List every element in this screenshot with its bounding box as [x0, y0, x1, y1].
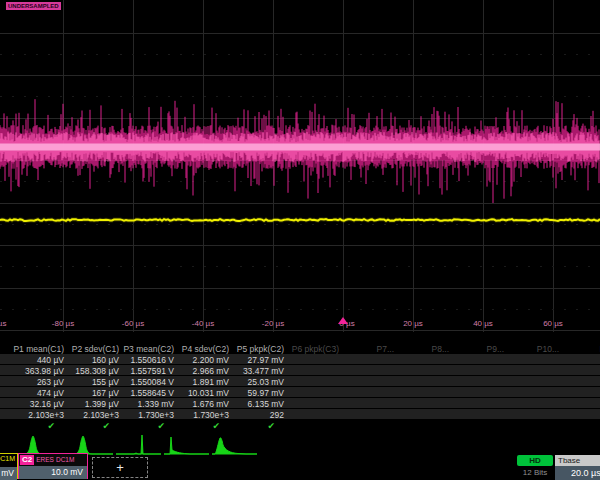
- time-axis-label: -80 µs: [52, 319, 74, 328]
- parameter-header[interactable]: P8...: [397, 344, 449, 354]
- parameter-value: 1.730e+3: [122, 410, 174, 420]
- status-check-icon: ✔: [177, 421, 220, 431]
- status-check-icon: ✔: [67, 421, 110, 431]
- hd-mode-badge[interactable]: HD: [517, 455, 553, 466]
- measure-column: P10...: [507, 343, 562, 435]
- parameter-header[interactable]: P5 pkpk(C2): [232, 344, 284, 354]
- measure-column: P1 mean(C1)440 µV363.98 µV263 µV474 µV32…: [12, 343, 67, 435]
- status-check-icon: ✔: [12, 421, 55, 431]
- parameter-value: 59.97 mV: [232, 388, 284, 398]
- parameter-header[interactable]: P6 pkpk(C3): [287, 344, 339, 354]
- measure-column: P8...: [397, 343, 452, 435]
- histicon-bell-tail[interactable]: [212, 431, 258, 456]
- parameter-header[interactable]: P11: [562, 344, 600, 354]
- c1-coupling: DC1M: [0, 454, 17, 467]
- measure-column: P7...: [342, 343, 397, 435]
- parameter-value: 167 µV: [67, 388, 119, 398]
- timebase-title: Tbase: [555, 455, 600, 466]
- time-axis-label: -100 µs: [0, 319, 6, 328]
- parameter-header[interactable]: P2 sdev(C1): [67, 344, 119, 354]
- parameter-value: 155 µV: [67, 377, 119, 387]
- c2-channel-badge: C2: [20, 455, 34, 465]
- parameter-header[interactable]: P3 mean(C2): [122, 344, 174, 354]
- parameter-value: 263 µV: [12, 377, 64, 387]
- parameter-value: 474 µV: [12, 388, 64, 398]
- parameter-value: 1.399 µV: [67, 399, 119, 409]
- status-check-icon: ✔: [232, 421, 275, 431]
- parameter-value: 160 µV: [67, 355, 119, 365]
- parameter-value: 27.97 mV: [232, 355, 284, 365]
- parameter-header[interactable]: P1 mean(C1): [12, 344, 64, 354]
- parameter-header[interactable]: P10...: [507, 344, 559, 354]
- histicon-spike-left-tail[interactable]: [164, 431, 210, 456]
- measure-column: P5 pkpk(C2)27.97 mV33.477 mV25.03 mV59.9…: [232, 343, 287, 435]
- time-axis-label: -40 µs: [192, 319, 214, 328]
- c2-descriptor[interactable]: C2 ERES DC1M 10.0 mV: [18, 453, 88, 479]
- trigger-time-marker[interactable]: [338, 317, 348, 324]
- parameter-value: 1.339 mV: [122, 399, 174, 409]
- parameter-value: 25.03 mV: [232, 377, 284, 387]
- parameter-value: 363.98 µV: [12, 366, 64, 376]
- parameter-value: 2.966 mV: [177, 366, 229, 376]
- parameter-value: 1.557591 V: [122, 366, 174, 376]
- measure-column: P6 pkpk(C3): [287, 343, 342, 435]
- measure-column: P4 sdev(C2)2.200 mV2.966 mV1.891 mV10.03…: [177, 343, 232, 435]
- c1-descriptor[interactable]: DC1M 10.0 mV: [0, 453, 18, 479]
- measure-column: P9...: [452, 343, 507, 435]
- time-axis-label: 20 µs: [403, 319, 423, 328]
- parameter-value: 1.558645 V: [122, 388, 174, 398]
- histicon-spike-right[interactable]: [116, 431, 162, 456]
- undersampled-warning: UNDERSAMPLED: [6, 2, 61, 10]
- measure-column: P2 sdev(C1)160 µV158.308 µV155 µV167 µV1…: [67, 343, 122, 435]
- c1-trace[interactable]: [0, 219, 600, 221]
- waveform-area: [0, 0, 600, 334]
- timebase-descriptor[interactable]: Tbase 20.0 µs: [555, 455, 600, 480]
- parameter-header[interactable]: P7...: [342, 344, 394, 354]
- parameter-value: 1.676 mV: [177, 399, 229, 409]
- parameter-value: 1.550616 V: [122, 355, 174, 365]
- parameter-value: 2.103e+3: [12, 410, 64, 420]
- c2-scale: 10.0 mV: [19, 466, 87, 479]
- timebase-value: 20.0 µs: [555, 466, 600, 480]
- parameter-value: 1.891 mV: [177, 377, 229, 387]
- parameter-value: 10.031 mV: [177, 388, 229, 398]
- parameter-value: 440 µV: [12, 355, 64, 365]
- measure-column: P3 mean(C2)1.550616 V1.557591 V1.550084 …: [122, 343, 177, 435]
- parameter-value: 2.103e+3: [67, 410, 119, 420]
- time-axis-label: 40 µs: [473, 319, 493, 328]
- parameter-value: 33.477 mV: [232, 366, 284, 376]
- c1-scale: 10.0 mV: [0, 467, 17, 480]
- parameter-value: 292: [232, 410, 284, 420]
- c2-eres-badge: ERES: [36, 455, 54, 465]
- parameter-value: 6.135 mV: [232, 399, 284, 409]
- hd-bits-label: 12 Bits: [517, 468, 553, 477]
- time-axis-label: -20 µs: [262, 319, 284, 328]
- parameter-value: 1.550084 V: [122, 377, 174, 387]
- parameter-value: 158.308 µV: [67, 366, 119, 376]
- parameter-value: 1.730e+3: [177, 410, 229, 420]
- measure-column: P11: [562, 343, 600, 435]
- status-check-icon: ✔: [122, 421, 165, 431]
- time-axis-label: 60 µs: [543, 319, 563, 328]
- parameter-header[interactable]: P9...: [452, 344, 504, 354]
- time-axis-label: -60 µs: [122, 319, 144, 328]
- add-channel-button[interactable]: +: [92, 457, 148, 478]
- oscilloscope-screen: UNDERSAMPLED -100 µs-80 µs-60 µs-40 µs-2…: [0, 0, 600, 480]
- c2-trace[interactable]: [0, 99, 600, 203]
- parameter-value: 32.16 µV: [12, 399, 64, 409]
- parameter-header[interactable]: P4 sdev(C2): [177, 344, 229, 354]
- c2-coupling: DC1M: [56, 455, 74, 465]
- parameter-value: 2.200 mV: [177, 355, 229, 365]
